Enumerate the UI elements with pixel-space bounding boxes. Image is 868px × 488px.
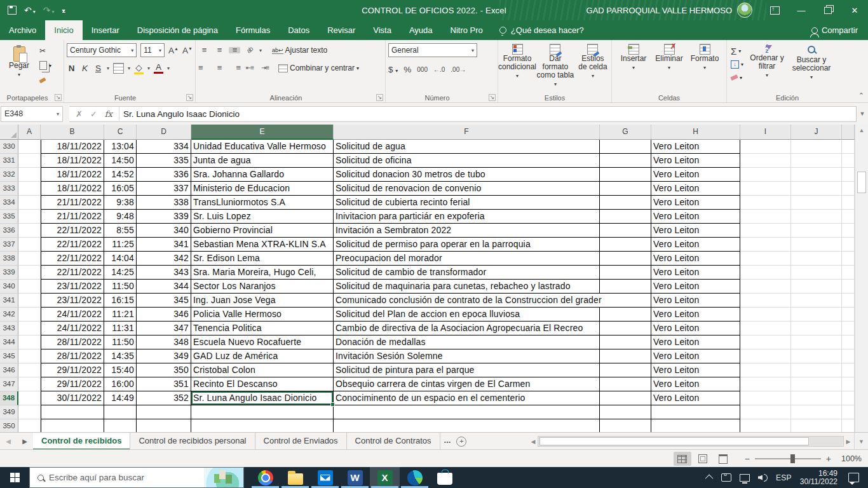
increase-decimal-icon[interactable]: ←.0 [433, 66, 445, 73]
cell-J333[interactable] [791, 182, 842, 196]
cell-E335[interactable]: Sr. Luis Lopez [191, 210, 334, 224]
cell-I350[interactable] [740, 419, 791, 432]
cell-I337[interactable] [740, 238, 791, 252]
cell-B333[interactable]: 18/11/2022 [41, 182, 104, 196]
cell-E339[interactable]: Sra. Maria Moreira, Hugo Celi, [191, 266, 334, 280]
row-header-348[interactable]: 348 [0, 391, 18, 405]
cell-C345[interactable]: 14:35 [104, 349, 137, 363]
cell-D341[interactable]: 345 [137, 294, 191, 308]
alineacion-dialog-launcher[interactable]: ↘ [376, 94, 383, 101]
ribbon-tab-ayuda[interactable]: Ayuda [400, 20, 442, 40]
row-header-341[interactable]: 341 [0, 294, 18, 308]
ribbon-tab-vista[interactable]: Vista [364, 20, 400, 40]
cell-D348[interactable]: 352 [137, 391, 191, 405]
cell-x344[interactable] [842, 336, 855, 349]
cell-B340[interactable]: 23/11/2022 [41, 280, 104, 294]
column-header-A[interactable]: A [18, 125, 41, 140]
borders-icon[interactable] [113, 63, 124, 74]
cell-J337[interactable] [791, 238, 842, 252]
cell-B337[interactable]: 22/11/2022 [41, 238, 104, 252]
cell-B344[interactable]: 28/11/2022 [41, 336, 104, 349]
cell-H343[interactable]: Vero Leiton [651, 322, 740, 336]
cell-A331[interactable] [18, 154, 41, 168]
cell-G348[interactable] [600, 391, 651, 405]
cell-A348[interactable] [18, 391, 41, 405]
cell-C348[interactable]: 14:49 [104, 391, 137, 405]
column-header-J[interactable]: J [791, 125, 842, 140]
increase-indent-icon[interactable]: ⇥≡ [259, 65, 271, 71]
cell-H348[interactable]: Vero Leiton [651, 391, 740, 405]
cell-B342[interactable]: 24/11/2022 [41, 308, 104, 322]
cell-D331[interactable]: 335 [137, 154, 191, 168]
copy-button[interactable]: ▾ [38, 59, 53, 72]
column-header-C[interactable]: C [104, 125, 137, 140]
row-header-334[interactable]: 334 [0, 196, 18, 210]
cell-E331[interactable]: Junta de agua [191, 154, 334, 168]
clear-button[interactable]: ▾ [729, 71, 745, 84]
cell-E337[interactable]: Sebastian Mena XTRA-KLIN S.A [191, 238, 334, 252]
cell-I346[interactable] [740, 363, 791, 377]
cell-C338[interactable]: 14:04 [104, 252, 137, 266]
cell-E334[interactable]: TransLluniormotos S.A [191, 196, 334, 210]
taskbar-app-edge[interactable] [400, 467, 430, 488]
cell-J339[interactable] [791, 266, 842, 280]
cell-G336[interactable] [600, 224, 651, 238]
horizontal-scrollbar[interactable]: ◀ ▶ [529, 435, 853, 448]
add-sheet-button[interactable]: + [454, 433, 468, 450]
normal-view-icon[interactable] [674, 452, 691, 466]
cell-B345[interactable]: 28/11/2022 [41, 349, 104, 363]
row-header-347[interactable]: 347 [0, 377, 18, 391]
cell-C330[interactable]: 13:04 [104, 140, 137, 154]
cell-I331[interactable] [740, 154, 791, 168]
ribbon-tab-datos[interactable]: Datos [279, 20, 318, 40]
taskbar-app-chrome[interactable] [250, 467, 280, 488]
cell-B331[interactable]: 18/11/2022 [41, 154, 104, 168]
cell-F330[interactable]: Solicitud de agua [334, 140, 600, 154]
cell-x341[interactable] [842, 294, 855, 308]
cell-E330[interactable]: Unidad Educativa Valle Hermoso [191, 140, 334, 154]
cell-H338[interactable]: Vero Leiton [651, 252, 740, 266]
cell-J350[interactable] [791, 419, 842, 432]
cell-I347[interactable] [740, 377, 791, 391]
zoom-slider[interactable] [755, 458, 821, 459]
cell-C334[interactable]: 9:38 [104, 196, 137, 210]
cell-F344[interactable]: Donación de medallas [334, 336, 600, 349]
cell-J349[interactable] [791, 405, 842, 419]
cell-G330[interactable] [600, 140, 651, 154]
cell-x332[interactable] [842, 168, 855, 182]
cell-x337[interactable] [842, 238, 855, 252]
cell-H340[interactable]: Vero Leiton [651, 280, 740, 294]
portapapeles-dialog-launcher[interactable]: ↘ [55, 94, 62, 101]
cell-F339[interactable]: Solicitud de cambio de transformador [334, 266, 600, 280]
cell-A346[interactable] [18, 363, 41, 377]
cell-I341[interactable] [740, 294, 791, 308]
cell-H339[interactable]: Vero Leiton [651, 266, 740, 280]
cell-J347[interactable] [791, 377, 842, 391]
cell-D350[interactable] [137, 419, 191, 432]
cell-H336[interactable]: Vero Leiton [651, 224, 740, 238]
cell-x338[interactable] [842, 252, 855, 266]
avatar[interactable] [737, 3, 752, 18]
row-header-333[interactable]: 333 [0, 182, 18, 196]
decrease-indent-icon[interactable]: ⇤≡ [244, 65, 255, 71]
cell-x340[interactable] [842, 280, 855, 294]
cell-E336[interactable]: Gobierno Provincial [191, 224, 334, 238]
row-header-345[interactable]: 345 [0, 349, 18, 363]
ribbon-display-options-icon[interactable] [761, 0, 788, 20]
cell-D337[interactable]: 341 [137, 238, 191, 252]
cell-A334[interactable] [18, 196, 41, 210]
cell-C331[interactable]: 14:50 [104, 154, 137, 168]
cell-E344[interactable]: Escuela Nuevo Rocafuerte [191, 336, 334, 349]
row-header-339[interactable]: 339 [0, 266, 18, 280]
column-header-I[interactable]: I [740, 125, 791, 140]
conditional-formatting-button[interactable]: Formato condicional▾ [501, 42, 534, 92]
cell-G333[interactable] [600, 182, 651, 196]
cell-C349[interactable] [104, 405, 137, 419]
formula-input[interactable]: Sr. Luna Angulo Isaac Dionicio [119, 106, 857, 122]
cell-F346[interactable]: Solicitud de pintura para el parque [334, 363, 600, 377]
cell-G345[interactable] [600, 349, 651, 363]
column-header-partial[interactable] [842, 125, 855, 140]
cell-x346[interactable] [842, 363, 855, 377]
cell-G331[interactable] [600, 154, 651, 168]
font-color-icon[interactable]: A [154, 62, 163, 74]
